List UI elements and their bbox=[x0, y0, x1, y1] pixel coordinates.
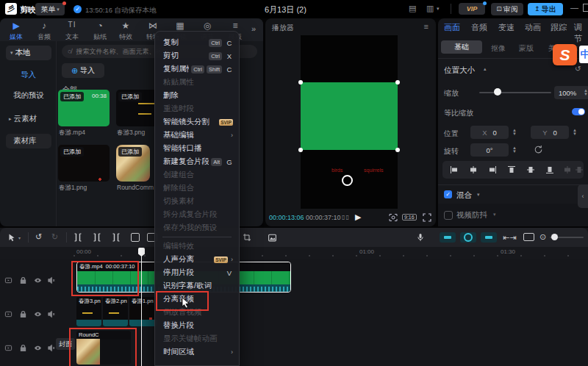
layout-panels-icon[interactable]: ▤ bbox=[409, 4, 416, 12]
align-middle-icon[interactable] bbox=[526, 165, 535, 174]
eye-icon[interactable] bbox=[34, 276, 42, 284]
menu-item-basic-edit[interactable]: 基础编辑› bbox=[155, 129, 239, 142]
menu-item-cut[interactable]: 剪切CtrlX bbox=[155, 49, 239, 62]
minimize-button[interactable]: — bbox=[570, 3, 578, 12]
export-button[interactable]: ↥ 导出 bbox=[528, 3, 563, 15]
distribute-h-icon[interactable] bbox=[563, 165, 572, 174]
frame-step-icons[interactable]: ▯▯ bbox=[342, 214, 350, 220]
align-left-icon[interactable] bbox=[450, 165, 459, 174]
timeline-clip-img2[interactable]: 春游2.pn bbox=[103, 297, 128, 326]
scale-value-box[interactable]: 100% ▲▼ bbox=[554, 86, 588, 99]
reset-icon[interactable]: ↺ bbox=[575, 65, 581, 73]
linkage-toggle-icon[interactable] bbox=[481, 232, 497, 243]
align-center-h-icon[interactable] bbox=[469, 165, 478, 174]
expand-tracks-icon[interactable]: ⇤⇥ bbox=[503, 233, 516, 243]
tab-animation[interactable]: 动画 bbox=[525, 22, 541, 33]
more-tabs-icon[interactable]: » bbox=[251, 24, 256, 33]
keyframe-icon[interactable]: ⊙ bbox=[539, 232, 546, 242]
tab-sticker[interactable]: ◔贴纸 bbox=[87, 21, 113, 42]
align-top-icon[interactable] bbox=[507, 165, 516, 174]
maximize-button[interactable] bbox=[583, 4, 588, 12]
layout-columns-icon[interactable]: ▥ bbox=[426, 4, 434, 12]
stepper-icons[interactable]: ▲▼ bbox=[582, 86, 588, 99]
selection-handle[interactable] bbox=[395, 148, 400, 152]
menu-item-copy-attrs[interactable]: 复制属性CtrlShiftC bbox=[155, 62, 239, 76]
menu-item-disable-clip[interactable]: 停用片段V bbox=[155, 266, 239, 279]
video-canvas[interactable]: birds squirrels bbox=[301, 35, 398, 209]
stabilize-checkbox[interactable] bbox=[444, 211, 453, 220]
sidebar-item-cloud[interactable]: ▸云素材 bbox=[6, 112, 54, 126]
selection-handle[interactable] bbox=[395, 80, 400, 85]
caret-down-icon[interactable]: ▾ bbox=[18, 235, 21, 240]
player-menu-icon[interactable]: ≡ bbox=[424, 22, 429, 31]
timeline-clip-img3[interactable]: 春游3.pn bbox=[76, 297, 101, 326]
sidebar-item-local[interactable]: ▾本地 bbox=[6, 46, 51, 60]
stepper-icons[interactable]: ▲▼ bbox=[511, 143, 518, 157]
media-card-video[interactable]: 已添加 00:38 春游.mp4 bbox=[58, 90, 110, 137]
selection-handle[interactable] bbox=[298, 148, 303, 152]
caret-down-icon[interactable]: ▾ bbox=[477, 192, 480, 198]
mute-icon[interactable] bbox=[47, 276, 55, 284]
playhead-line[interactable] bbox=[141, 248, 142, 366]
media-card-img1[interactable]: 已添加 春游1.png bbox=[58, 145, 110, 192]
menu-item-delete[interactable]: 删除 bbox=[155, 89, 239, 102]
rotate-dial-icon[interactable] bbox=[534, 145, 543, 154]
rotate-handle[interactable] bbox=[342, 175, 353, 186]
record-mic-icon[interactable] bbox=[416, 233, 425, 242]
tab-speed[interactable]: 变速 bbox=[498, 22, 514, 33]
menu-item-smart-voiceover[interactable]: 智能转口播 bbox=[155, 142, 239, 155]
scale-slider-knob[interactable] bbox=[494, 88, 501, 96]
uniform-scale-toggle[interactable] bbox=[572, 108, 585, 115]
menu-button[interactable]: 菜单 ▾ bbox=[35, 3, 65, 15]
cover-tool-icon[interactable] bbox=[523, 233, 534, 241]
import-button[interactable]: ⊕ 导入 bbox=[62, 63, 104, 78]
menu-item-smart-shot-split[interactable]: 智能镜头分割SVIP bbox=[155, 115, 239, 129]
sidebar-item-import[interactable]: 导入 bbox=[6, 68, 66, 82]
focus-icon[interactable] bbox=[389, 213, 398, 222]
menu-item-time-range[interactable]: 时间区域› bbox=[155, 345, 239, 359]
pos-x-box[interactable]: X 0 bbox=[470, 126, 509, 139]
subtab-cutout[interactable]: 抠像 bbox=[491, 43, 506, 54]
rotate-value-box[interactable]: 0° bbox=[470, 143, 509, 157]
sidebar-item-stock[interactable]: 素材库 bbox=[6, 134, 51, 148]
play-button[interactable]: ▶ bbox=[355, 212, 361, 222]
distribute-v-icon[interactable] bbox=[575, 165, 584, 174]
chevron-down-icon[interactable]: ▾ bbox=[437, 6, 440, 11]
media-card-sticker[interactable]: 已添加 RoundComm bbox=[116, 145, 151, 192]
undo-icon[interactable]: ↺ bbox=[35, 232, 42, 242]
stepper-icons[interactable]: ▲▼ bbox=[511, 126, 518, 139]
lock-icon[interactable] bbox=[19, 344, 27, 352]
select-tool-icon[interactable] bbox=[7, 233, 16, 242]
tab-audio[interactable]: ♪音频 bbox=[31, 21, 57, 42]
section-position-size[interactable]: 位置大小 bbox=[444, 65, 475, 76]
collapse-caret-icon[interactable]: ▴ bbox=[484, 66, 487, 72]
tab-adjustment[interactable]: 调节 bbox=[574, 22, 588, 44]
menu-item-replace-clip[interactable]: 替换片段 bbox=[155, 319, 239, 332]
subtab-basic[interactable]: 基础 bbox=[441, 40, 482, 54]
timeline-ruler[interactable]: 00:00 01:00 01:30 bbox=[0, 247, 588, 259]
panel-collapse-handle[interactable]: ‹ bbox=[578, 184, 588, 208]
review-button[interactable]: ⊡ 审阅 bbox=[491, 3, 523, 15]
menu-item-vocal-separation[interactable]: 人声分离SVIP› bbox=[155, 253, 239, 266]
menu-item-copy[interactable]: 复制CtrlC bbox=[155, 36, 239, 49]
timeline-clip-img1[interactable]: 春游1.pn bbox=[129, 297, 157, 326]
selection-handle[interactable] bbox=[298, 80, 303, 85]
tab-text[interactable]: TI文本 bbox=[59, 21, 85, 42]
tab-audio-props[interactable]: 音频 bbox=[471, 22, 487, 33]
link-preview-toggle-icon[interactable] bbox=[460, 232, 476, 243]
lock-icon[interactable] bbox=[19, 276, 27, 284]
menu-item-new-compound[interactable]: 新建复合片段AltG bbox=[155, 155, 239, 168]
split-icon[interactable] bbox=[74, 233, 82, 242]
sidebar-item-presets[interactable]: 我的预设 bbox=[6, 88, 59, 103]
caret-down-icon[interactable]: ▾ bbox=[493, 212, 496, 218]
mute-icon[interactable] bbox=[47, 310, 55, 318]
delete-icon[interactable] bbox=[131, 233, 140, 242]
redo-icon[interactable]: ↻ bbox=[51, 232, 58, 242]
mute-icon[interactable] bbox=[47, 344, 55, 352]
vip-badge[interactable]: VIP bbox=[459, 3, 485, 15]
align-right-icon[interactable] bbox=[488, 165, 497, 174]
picture-icon[interactable] bbox=[268, 233, 277, 243]
eye-icon[interactable] bbox=[34, 310, 42, 318]
ratio-button[interactable]: 9:16 bbox=[402, 214, 417, 220]
tab-effects[interactable]: ★特效 bbox=[112, 21, 139, 42]
